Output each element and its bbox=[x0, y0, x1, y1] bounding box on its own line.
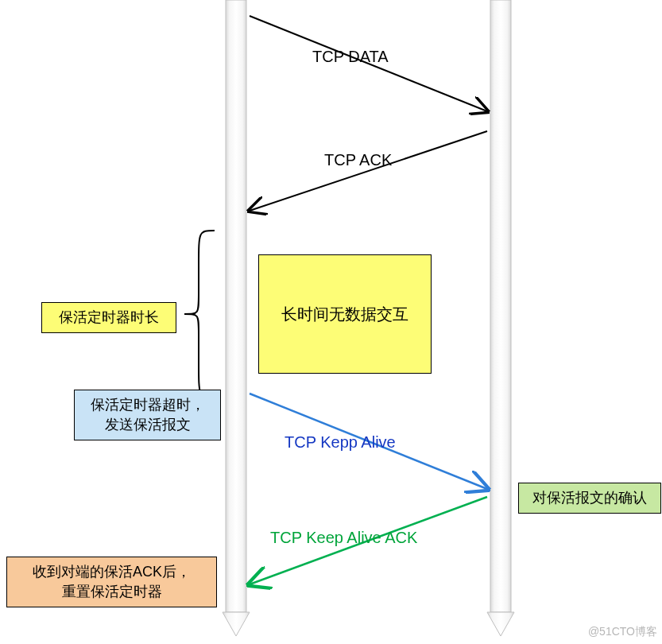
msg-tcp-ack bbox=[250, 131, 487, 211]
watermark: @51CTO博客 bbox=[588, 625, 657, 639]
svg-rect-1 bbox=[490, 0, 511, 612]
note-timer-duration: 保活定时器时长 bbox=[41, 302, 176, 333]
label-tcp-ack: TCP ACK bbox=[324, 151, 392, 169]
label-keep-alive: TCP Kepp Alive bbox=[285, 433, 396, 452]
brace-timer bbox=[184, 231, 215, 398]
note-reset-timer: 收到对端的保活ACK后， 重置保活定时器 bbox=[6, 557, 217, 607]
note-idle: 长时间无数据交互 bbox=[258, 254, 432, 374]
lifeline-client bbox=[223, 0, 250, 636]
note-timer-expire: 保活定时器超时， 发送保活报文 bbox=[74, 390, 221, 440]
lifeline-server bbox=[487, 0, 514, 636]
svg-rect-0 bbox=[226, 0, 246, 612]
note-peer-confirm: 对保活报文的确认 bbox=[518, 483, 661, 514]
label-keep-alive-ack: TCP Keep Alive ACK bbox=[270, 529, 417, 547]
label-tcp-data: TCP DATA bbox=[312, 48, 389, 66]
